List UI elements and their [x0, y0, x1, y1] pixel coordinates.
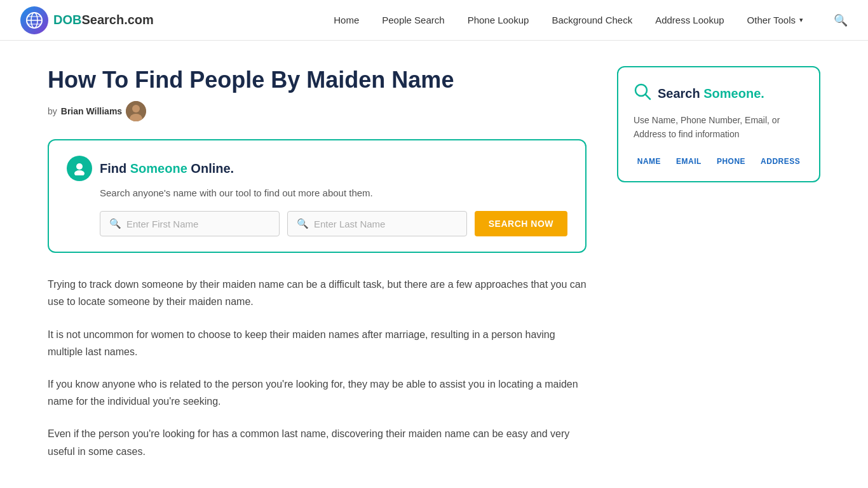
sidebar-search-card: Search Someone. Use Name, Phone Number, … — [617, 66, 820, 182]
phone-lookup-link[interactable]: Phone Lookup — [468, 15, 529, 25]
background-check-link[interactable]: Background Check — [552, 15, 632, 25]
paragraph-3: If you know anyone who is related to the… — [48, 376, 587, 410]
page-container: How To Find People By Maiden Name by Bri… — [27, 41, 841, 488]
search-now-button[interactable]: SEARCH NOW — [475, 211, 567, 236]
nav-links: Home People Search Phone Lookup Backgrou… — [334, 13, 848, 27]
logo[interactable]: DOBSearch.com — [20, 6, 154, 34]
email-tab[interactable]: EMAIL — [676, 157, 702, 166]
first-name-input[interactable] — [126, 219, 270, 229]
svg-line-11 — [646, 95, 650, 99]
navbar: DOBSearch.com Home People Search Phone L… — [0, 0, 868, 41]
address-tab[interactable]: ADDRESS — [761, 157, 800, 166]
sidebar-tabs: NAME EMAIL PHONE ADDRESS — [634, 157, 804, 166]
person-icon — [67, 156, 92, 181]
article-body: Trying to track down someone by their ma… — [48, 276, 587, 460]
paragraph-1: Trying to track down someone by their ma… — [48, 276, 587, 310]
home-link[interactable]: Home — [334, 15, 359, 25]
widget-header: Find Someone Online. — [67, 156, 567, 181]
people-search-link[interactable]: People Search — [382, 15, 444, 25]
svg-point-6 — [132, 105, 140, 112]
svg-point-9 — [74, 170, 85, 175]
article-byline: by Brian Williams — [48, 101, 587, 121]
sidebar-search-icon — [634, 83, 651, 104]
last-name-input-wrap: 🔍 — [287, 211, 467, 236]
sidebar-card-title: Search Someone. — [658, 86, 764, 101]
search-icon[interactable]: 🔍 — [834, 13, 848, 27]
search-widget: Find Someone Online. Search anyone's nam… — [48, 139, 587, 253]
author-name: Brian Williams — [61, 106, 122, 116]
main-content: How To Find People By Maiden Name by Bri… — [48, 66, 587, 475]
logo-text: DOBSearch.com — [53, 13, 154, 27]
phone-tab[interactable]: PHONE — [717, 157, 745, 166]
logo-icon — [20, 6, 48, 34]
sidebar-card-header: Search Someone. — [634, 83, 804, 104]
chevron-down-icon: ▾ — [799, 16, 803, 24]
article-title: How To Find People By Maiden Name — [48, 66, 587, 93]
widget-title: Find Someone Online. — [100, 161, 234, 176]
svg-point-8 — [76, 163, 83, 170]
paragraph-4: Even if the person you're looking for ha… — [48, 425, 587, 459]
paragraph-2: It is not uncommon for women to choose t… — [48, 326, 587, 360]
byline-prefix: by — [48, 106, 57, 116]
other-tools-link[interactable]: Other Tools ▾ — [747, 15, 803, 25]
name-tab[interactable]: NAME — [637, 157, 661, 166]
first-name-input-wrap: 🔍 — [100, 211, 280, 236]
address-lookup-link[interactable]: Address Lookup — [655, 15, 724, 25]
widget-inputs: 🔍 🔍 SEARCH NOW — [100, 211, 567, 236]
last-name-input[interactable] — [314, 219, 458, 229]
sidebar-card-desc: Use Name, Phone Number, Email, or Addres… — [634, 113, 804, 142]
search-icon-first: 🔍 — [109, 218, 121, 229]
avatar — [126, 101, 146, 121]
sidebar: Search Someone. Use Name, Phone Number, … — [617, 66, 820, 475]
widget-subtitle: Search anyone's name with our tool to fi… — [100, 187, 567, 198]
search-icon-last: 🔍 — [297, 218, 309, 229]
